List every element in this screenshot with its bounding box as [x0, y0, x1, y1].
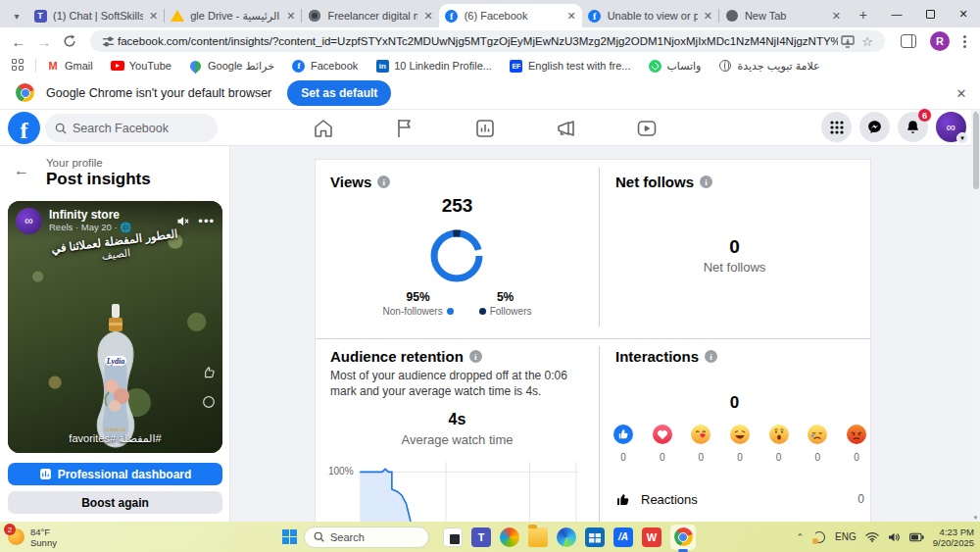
nav-home-icon[interactable] [294, 112, 353, 145]
tab-search-chevron-icon[interactable]: ▾ [6, 4, 27, 27]
tab-teams-chat[interactable]: T (1) Chat | SoftSkills.Traine ✕ [27, 4, 164, 27]
apps-grid-icon[interactable] [12, 59, 25, 73]
facebook-logo[interactable]: f [8, 112, 40, 144]
reactions-summary-row[interactable]: Reactions 0 [615, 491, 864, 507]
page-name[interactable]: Infinity store [49, 209, 131, 222]
nav-ads-megaphone-icon[interactable] [537, 112, 596, 145]
sync-tray-icon[interactable] [812, 530, 826, 544]
bookmark-linkedin[interactable]: in10 Linkedin Profile... [375, 59, 492, 73]
set-as-default-button[interactable]: Set as default [287, 80, 391, 106]
comment-icon[interactable] [201, 394, 217, 410]
url-text[interactable]: facebook.com/content/insights/?content_i… [118, 35, 838, 47]
windows-start-button[interactable] [282, 529, 297, 544]
tray-chevron-icon[interactable]: ⌃ [797, 532, 805, 542]
back-arrow-icon[interactable]: ← [14, 162, 29, 179]
bookmark-whatsapp[interactable]: واتساب [648, 59, 701, 73]
info-icon[interactable]: i [700, 176, 712, 188]
weather-condition: Sunny [30, 537, 57, 548]
clock[interactable]: 4:23 PM 9/20/2025 [933, 527, 974, 548]
bookmark-gmail[interactable]: MGmail [46, 59, 93, 73]
send-to-device-icon[interactable] [838, 32, 858, 50]
notifications-button[interactable]: 6 [898, 112, 928, 142]
tab-title: Freelancer digital marketin [327, 10, 417, 22]
average-watch-time-value: 4s [316, 411, 599, 428]
bookmark-ef-test[interactable]: EFEnglish test with fre... [510, 59, 631, 73]
battery-icon[interactable] [909, 532, 924, 542]
messenger-button[interactable] [859, 112, 890, 142]
summary-label: Reactions [641, 492, 698, 507]
tab-close-icon[interactable]: ✕ [704, 11, 712, 22]
profile-avatar[interactable]: R [930, 31, 950, 51]
tab-close-icon[interactable]: ✕ [149, 11, 158, 22]
copilot-app-icon[interactable] [500, 527, 519, 547]
tab-google-drive[interactable]: gle Drive - الصفحة الرئيسية ✕ [165, 4, 301, 27]
side-panel-icon[interactable] [901, 34, 916, 48]
tab-unable-video[interactable]: f Unable to view or play vid ✕ [582, 4, 718, 27]
page-avatar[interactable]: ∞ [16, 208, 42, 234]
tab-facebook-active[interactable]: f (6) Facebook ✕ [439, 4, 582, 27]
mute-icon[interactable] [175, 214, 190, 228]
wow-reaction-icon [769, 425, 789, 444]
like-outline-icon[interactable] [201, 365, 217, 380]
info-icon[interactable]: i [377, 176, 390, 188]
language-indicator[interactable]: ENG [835, 531, 857, 542]
reel-preview-card[interactable]: ∞ Infinity store Reels · May 20 · 🌐 ••• … [8, 201, 222, 453]
menu-grid-button[interactable] [821, 112, 852, 142]
tab-close-icon[interactable]: ✕ [832, 11, 841, 22]
facebook-search-input[interactable]: Search Facebook [45, 114, 218, 142]
nav-pages-flag-icon[interactable] [375, 112, 434, 145]
tab-new-tab[interactable]: New Tab ✕ [719, 4, 847, 27]
reload-icon[interactable] [57, 29, 82, 53]
new-tab-button[interactable]: + [853, 4, 874, 25]
site-settings-icon[interactable] [98, 32, 118, 50]
acrobat-app-icon[interactable]: /A [613, 527, 633, 547]
bookmark-google-maps[interactable]: Google خرائط [189, 59, 274, 73]
taskbar-tray: ⌃ ENG 4:23 PM 9/20/2025 [797, 522, 974, 552]
search-icon [314, 531, 324, 542]
scroll-down-icon[interactable]: ▼ [971, 515, 980, 521]
back-icon[interactable]: ← [6, 29, 31, 53]
browser-menu-icon[interactable] [963, 35, 966, 48]
boost-again-button[interactable]: Boost again [8, 491, 222, 514]
scrollbar-thumb[interactable] [973, 113, 979, 189]
edge-app-icon[interactable] [557, 527, 576, 547]
page-scrollbar[interactable]: ▲ ▼ [971, 110, 980, 522]
taskbar-weather-widget[interactable]: 2 84°F Sunny [8, 527, 57, 548]
tab-close-icon[interactable]: ✕ [566, 11, 575, 22]
nav-video-icon[interactable] [617, 112, 676, 145]
professional-dashboard-button[interactable]: Professional dashboard [8, 463, 222, 485]
browser-tab-strip: ▾ T (1) Chat | SoftSkills.Traine ✕ gle D… [0, 0, 980, 27]
speaker-icon[interactable] [888, 531, 901, 543]
tab-freelancer[interactable]: Freelancer digital marketin ✕ [302, 4, 438, 27]
bookmark-youtube[interactable]: YouTube [111, 59, 172, 73]
nav-insights-icon[interactable] [456, 112, 514, 145]
net-follows-section-title: Net followsi [615, 174, 712, 190]
window-close-button[interactable]: ✕ [947, 0, 980, 27]
wps-office-icon[interactable]: W [642, 527, 662, 547]
tab-close-icon[interactable]: ✕ [286, 11, 295, 22]
chrome-app-icon-active[interactable] [670, 525, 696, 550]
window-minimize-button[interactable]: — [880, 0, 913, 27]
bottle-brand-text: Lydia [105, 357, 123, 366]
bookmark-new-tab[interactable]: علامة تبويب جديدة [718, 59, 819, 73]
file-explorer-icon[interactable] [528, 527, 548, 547]
taskbar-app-icon[interactable] [443, 527, 463, 547]
facebook-header: f Search Facebook [0, 110, 980, 146]
wifi-icon[interactable] [865, 531, 879, 542]
forward-icon[interactable]: → [31, 29, 57, 53]
bookmark-star-icon[interactable]: ☆ [858, 32, 877, 50]
banner-close-icon[interactable]: ✕ [953, 84, 970, 102]
profile-avatar[interactable]: ∞▾ [936, 112, 966, 142]
facebook-icon: f [445, 9, 459, 23]
microsoft-store-icon[interactable] [585, 527, 605, 547]
window-maximize-button[interactable] [913, 0, 947, 27]
address-bar[interactable]: facebook.com/content/insights/?content_i… [90, 30, 885, 52]
teams-app-icon[interactable]: T [471, 527, 491, 547]
taskbar-search-input[interactable]: Search [304, 527, 429, 548]
post-menu-icon[interactable]: ••• [198, 214, 215, 228]
info-icon[interactable]: i [705, 350, 717, 363]
bookmark-facebook[interactable]: fFacebook [292, 59, 358, 73]
info-icon[interactable]: i [469, 350, 482, 363]
tab-close-icon[interactable]: ✕ [423, 11, 432, 22]
chrome-icon [16, 83, 34, 102]
